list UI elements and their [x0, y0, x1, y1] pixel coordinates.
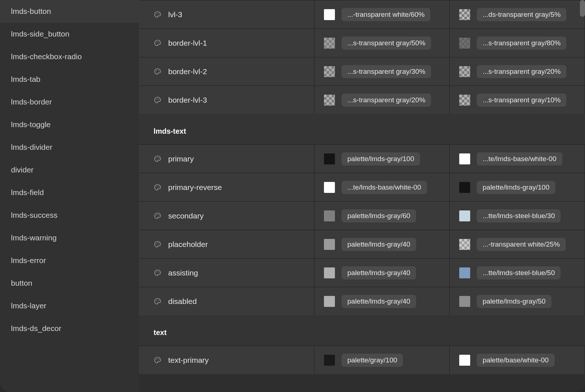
- color-swatch: [324, 38, 335, 49]
- color-swatch: [459, 66, 470, 77]
- token-name: secondary: [168, 212, 204, 220]
- color-swatch: [324, 355, 335, 366]
- token-row[interactable]: placeholderpalette/lmds-gray/40...-trans…: [139, 230, 585, 258]
- color-chip[interactable]: ...te/lmds-base/white-00: [477, 152, 562, 165]
- token-name: assisting: [168, 269, 198, 277]
- color-chip[interactable]: palette/base/white-00: [477, 354, 555, 367]
- token-name: border-lvl-2: [168, 67, 207, 76]
- token-row[interactable]: secondarypalette/lmds-gray/60...tte/lmds…: [139, 201, 585, 230]
- color-swatch: [324, 267, 335, 278]
- color-swatch: [324, 210, 335, 221]
- color-chip[interactable]: ...s-transparent gray/80%: [477, 37, 566, 50]
- palette-icon: [154, 240, 162, 248]
- palette-icon: [154, 39, 162, 47]
- token-name: primary-reverse: [168, 183, 222, 192]
- sidebar-item-lmds-toggle[interactable]: lmds-toggle: [0, 113, 139, 136]
- color-chip[interactable]: palette/lmds-gray/100: [341, 152, 420, 165]
- palette-icon: [154, 297, 162, 305]
- sidebar-item-lmds-error[interactable]: lmds-error: [0, 249, 139, 272]
- sidebar-item-lmds-layer[interactable]: lmds-layer: [0, 294, 139, 317]
- color-chip[interactable]: palette/lmds-gray/40: [341, 238, 416, 251]
- token-row[interactable]: lvl-3...-transparent white/60%...ds-tran…: [139, 0, 585, 28]
- color-swatch: [324, 182, 335, 193]
- color-chip[interactable]: ...ds-transparent gray/5%: [477, 8, 566, 21]
- color-swatch: [459, 267, 470, 278]
- color-chip[interactable]: palette/lmds-gray/40: [341, 266, 416, 279]
- scrollbar-thumb[interactable]: [580, 0, 585, 17]
- color-chip[interactable]: ...s-transparent gray/10%: [477, 94, 566, 107]
- color-swatch: [459, 153, 470, 164]
- color-chip[interactable]: ...s-transparent gray/50%: [341, 37, 431, 50]
- color-chip[interactable]: ...tte/lmds-steel-blue/30: [477, 209, 561, 222]
- palette-icon: [154, 155, 162, 163]
- color-chip[interactable]: palette/lmds-gray/60: [341, 209, 416, 222]
- sidebar-item-lmds-checkbox-radio[interactable]: lmds-checkbox-radio: [0, 45, 139, 68]
- token-name: border-lvl-3: [168, 96, 207, 104]
- sidebar-item-lmds-button[interactable]: lmds-button: [0, 0, 139, 23]
- color-chip[interactable]: ...tte/lmds-steel-blue/50: [477, 266, 561, 279]
- color-chip[interactable]: ...-transparent white/60%: [341, 8, 430, 21]
- token-row[interactable]: text-primarypalette/gray/100palette/base…: [139, 346, 585, 374]
- token-name: disabled: [168, 297, 197, 306]
- color-swatch: [459, 355, 470, 366]
- token-name: placeholder: [168, 240, 208, 249]
- color-chip[interactable]: ...-transparent white/25%: [477, 238, 566, 251]
- token-row[interactable]: border-lvl-3...s-transparent gray/20%...…: [139, 85, 585, 114]
- palette-icon: [154, 183, 162, 191]
- color-swatch: [459, 210, 470, 221]
- sidebar-item-lmds-side-button[interactable]: lmds-side_button: [0, 23, 139, 45]
- color-swatch: [324, 95, 335, 106]
- sidebar-item-lmds-ds-decor[interactable]: lmds-ds_decor: [0, 317, 139, 340]
- palette-icon: [154, 96, 162, 104]
- color-chip[interactable]: ...s-transparent gray/30%: [341, 65, 431, 78]
- token-row[interactable]: primary-reverse...te/lmds-base/white-00p…: [139, 173, 585, 201]
- color-swatch: [324, 153, 335, 164]
- palette-icon: [154, 212, 162, 220]
- color-chip[interactable]: palette/lmds-gray/50: [477, 295, 551, 308]
- token-name: text-primary: [168, 356, 209, 365]
- token-name: primary: [168, 155, 194, 163]
- color-swatch: [459, 296, 470, 307]
- sidebar-item-lmds-tab[interactable]: lmds-tab: [0, 68, 139, 91]
- sidebar-item-divider[interactable]: divider: [0, 159, 139, 181]
- color-chip[interactable]: ...te/lmds-base/white-00: [341, 181, 427, 194]
- palette-icon: [154, 356, 162, 364]
- sidebar-item-lmds-divider[interactable]: lmds-divider: [0, 136, 139, 159]
- token-row[interactable]: primarypalette/lmds-gray/100...te/lmds-b…: [139, 144, 585, 173]
- color-swatch: [459, 95, 470, 106]
- sidebar-item-lmds-field[interactable]: lmds-field: [0, 181, 139, 204]
- color-swatch: [459, 239, 470, 250]
- color-swatch: [459, 38, 470, 49]
- palette-icon: [154, 68, 162, 76]
- sidebar-item-lmds-warning[interactable]: lmds-warning: [0, 227, 139, 249]
- color-chip[interactable]: palette/lmds-gray/100: [477, 181, 555, 194]
- color-chip[interactable]: ...s-transparent gray/20%: [477, 65, 566, 78]
- color-chip[interactable]: ...s-transparent gray/20%: [341, 94, 431, 107]
- color-swatch: [324, 9, 335, 20]
- palette-icon: [154, 11, 162, 19]
- token-row[interactable]: border-lvl-1...s-transparent gray/50%...…: [139, 28, 585, 57]
- main-panel: lvl-3...-transparent white/60%...ds-tran…: [139, 0, 585, 392]
- sidebar-item-lmds-success[interactable]: lmds-success: [0, 204, 139, 227]
- color-swatch: [324, 66, 335, 77]
- color-swatch: [459, 9, 470, 20]
- sidebar-item-lmds-border[interactable]: lmds-border: [0, 91, 139, 113]
- color-swatch: [324, 296, 335, 307]
- color-chip[interactable]: palette/lmds-gray/40: [341, 295, 416, 308]
- color-swatch: [459, 182, 470, 193]
- sidebar-item-button[interactable]: button: [0, 272, 139, 294]
- token-row[interactable]: border-lvl-2...s-transparent gray/30%...…: [139, 57, 585, 85]
- token-name: lvl-3: [168, 10, 182, 19]
- token-row[interactable]: assistingpalette/lmds-gray/40...tte/lmds…: [139, 258, 585, 287]
- token-row[interactable]: disabledpalette/lmds-gray/40palette/lmds…: [139, 287, 585, 315]
- token-name: border-lvl-1: [168, 39, 207, 47]
- sidebar: lmds-button lmds-side_button lmds-checkb…: [0, 0, 139, 392]
- color-swatch: [324, 239, 335, 250]
- palette-icon: [154, 269, 162, 277]
- color-chip[interactable]: palette/gray/100: [341, 354, 403, 367]
- section-header: text: [139, 315, 585, 346]
- section-header: lmds-text: [139, 114, 585, 144]
